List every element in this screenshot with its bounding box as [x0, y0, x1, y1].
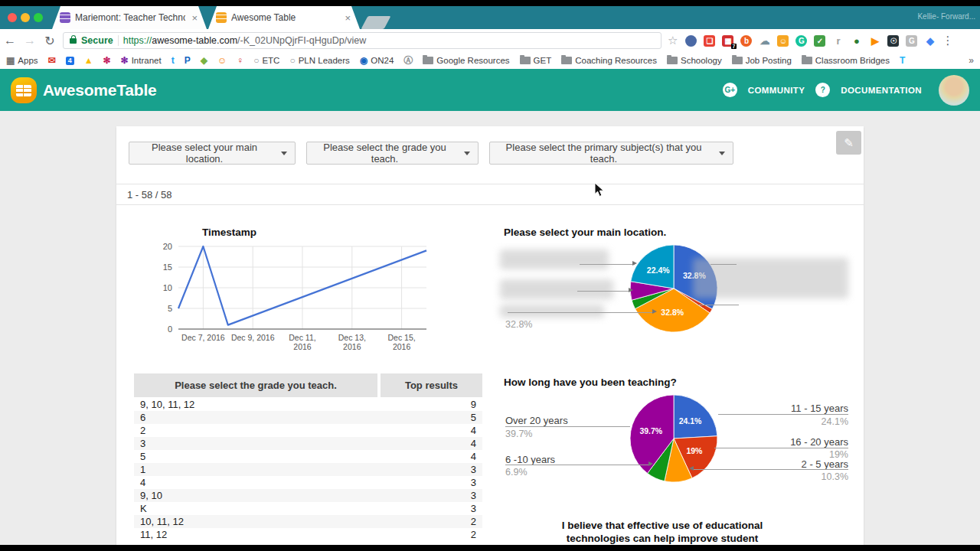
extension-badge: 7: [731, 44, 737, 49]
new-tab-button[interactable]: [361, 16, 390, 29]
leader-arrow-icon: [648, 461, 653, 466]
close-tab-icon[interactable]: ×: [190, 12, 199, 24]
p-flag-icon: P: [185, 56, 191, 65]
filter-grade[interactable]: Please select the grade you teach.: [306, 142, 479, 165]
table-row: 34: [134, 437, 482, 450]
bookmark-item[interactable]: ◆: [201, 56, 207, 65]
browser-toolbar: ← → ↻ Secure https://awesome-table.com/-…: [0, 29, 980, 52]
ext-cloud-icon[interactable]: ☁: [759, 35, 770, 47]
app-header: AwesomeTable G+ COMMUNITY ? DOCUMENTATIO…: [0, 69, 980, 111]
grade-cell: 9, 10, 11, 12: [134, 399, 381, 410]
bookmark-item[interactable]: GET: [520, 56, 552, 65]
pie2-title: How long have you been teaching?: [504, 377, 677, 388]
zoom-window-button[interactable]: [34, 13, 43, 22]
bookmarks-bar: ▦Apps✉4▲✻✻IntranettP◆☺♀○ETC○PLN Leaders◉…: [0, 52, 980, 69]
bookmark-star-icon[interactable]: ☆: [668, 34, 678, 47]
grade-cell: 1: [134, 464, 381, 475]
documentation-link[interactable]: DOCUMENTATION: [841, 86, 922, 95]
result-counter: 1 - 58 / 58: [127, 189, 172, 201]
a-circle-icon: Ⓐ: [403, 56, 413, 65]
bookmark-item[interactable]: Job Posting: [732, 56, 792, 65]
bookmark-item[interactable]: 4: [66, 57, 74, 65]
tab-mariemont[interactable]: Mariemont: Teacher Technolog ×: [52, 6, 207, 29]
count-cell: 4: [381, 438, 482, 449]
ext-grammarly-icon[interactable]: G: [795, 35, 807, 47]
bookmark-item[interactable]: ☺: [217, 56, 227, 65]
grade-cell: 11, 12: [134, 529, 381, 540]
bookmark-item[interactable]: ♀: [237, 56, 243, 65]
x-tick-label: Dec 7, 2016: [181, 333, 225, 342]
bookmark-item[interactable]: Google Resources: [423, 56, 509, 65]
ext-bitly-icon[interactable]: b: [740, 35, 752, 47]
ext-g-gray-icon[interactable]: G: [906, 35, 917, 47]
bookmark-item[interactable]: ◉ON24: [360, 56, 394, 65]
bookmark-item[interactable]: Coaching Resources: [561, 56, 657, 65]
bookmark-item[interactable]: Classroom Bridges: [802, 56, 890, 65]
x-tick-label: Dec 13,2016: [338, 333, 366, 351]
forward-icon[interactable]: →: [20, 34, 40, 47]
bookmark-item[interactable]: Schoology: [667, 56, 722, 65]
bookmark-item[interactable]: ○ETC: [253, 56, 279, 65]
smiley-icon: ☺: [217, 56, 227, 65]
community-link[interactable]: COMMUNITY: [748, 86, 805, 95]
tab-awesome-table[interactable]: Awesome Table ×: [208, 6, 360, 29]
close-window-button[interactable]: [8, 13, 17, 22]
top-letterbox: [0, 0, 980, 6]
bookmark-item[interactable]: ✉: [48, 56, 56, 65]
bookmark-item[interactable]: t: [172, 56, 175, 65]
avatar[interactable]: [939, 75, 969, 106]
ext-drop-icon[interactable]: ●: [851, 35, 862, 47]
bookmark-item[interactable]: ○PLN Leaders: [289, 56, 349, 65]
bookmark-label: ON24: [371, 56, 394, 65]
pie-slice-pct-label: 39.7%: [639, 426, 662, 435]
bookmark-item[interactable]: ✻Intranet: [121, 56, 162, 65]
pink-figure-icon: ✻: [103, 56, 111, 65]
bookmark-item[interactable]: ✻: [103, 56, 111, 65]
bookmarks-overflow-icon[interactable]: »: [969, 55, 974, 66]
badge-4-icon: 4: [66, 57, 74, 65]
leader-line: [714, 448, 848, 448]
bookmark-item[interactable]: ▲: [84, 56, 93, 65]
bookmark-label: Intranet: [132, 56, 162, 65]
bookmark-item[interactable]: P: [185, 56, 191, 65]
secure-label: Secure: [81, 35, 113, 46]
ext-arrow-icon[interactable]: ▶: [869, 35, 880, 47]
grade-table-body: 9, 10, 11, 1296524345413439, 103K310, 11…: [134, 398, 482, 541]
filter-label: Please select the primary subject(s) tha…: [498, 142, 710, 165]
edit-view-button[interactable]: ✎: [836, 131, 861, 155]
help-icon[interactable]: ?: [815, 83, 830, 97]
brand-title[interactable]: AwesomeTable: [43, 81, 157, 99]
leader-line: [508, 312, 655, 313]
awesometable-logo-icon[interactable]: [11, 77, 37, 103]
ext-bulb-icon[interactable]: ☉: [887, 35, 899, 47]
bookmark-label: Classroom Bridges: [815, 56, 890, 65]
url-path: /-K_02UNpQjrFI-qHguDp/view: [237, 35, 366, 46]
folder-icon: [561, 57, 572, 64]
bookmark-item[interactable]: T: [900, 56, 905, 65]
ext-face-icon[interactable]: ☺: [777, 35, 789, 47]
ext-green-square-icon[interactable]: ✓: [814, 35, 825, 47]
lock-icon: [70, 38, 77, 44]
ext-r-icon[interactable]: r: [832, 35, 844, 47]
back-icon[interactable]: ←: [0, 34, 20, 47]
x-tick-label: Dec 9, 2016: [231, 333, 275, 342]
url-bar[interactable]: Secure https://awesome-table.com/-K_02UN…: [63, 32, 662, 49]
reload-icon[interactable]: ↻: [40, 34, 60, 48]
ext-blue-diamond-icon[interactable]: ◆: [924, 35, 936, 47]
redacted-label: [500, 249, 609, 269]
bookmark-item[interactable]: Ⓐ: [403, 56, 413, 65]
bottom-letterbox: [0, 545, 980, 551]
close-tab-icon[interactable]: ×: [343, 12, 352, 24]
minimize-window-button[interactable]: [21, 13, 30, 22]
ext-photos-icon[interactable]: ❏: [704, 35, 715, 47]
browser-menu-icon[interactable]: ⋮: [942, 34, 953, 47]
filter-main-location[interactable]: Please select your main location.: [129, 142, 296, 165]
extensions-list: ❏▦7b☁☺G✓r●▶☉G◆: [685, 35, 936, 47]
count-cell: 2: [381, 516, 482, 527]
filter-subject[interactable]: Please select the primary subject(s) tha…: [489, 142, 733, 165]
gplus-icon[interactable]: G+: [723, 83, 737, 97]
ext-blue-circle-icon[interactable]: [685, 35, 697, 47]
bookmark-item[interactable]: ▦Apps: [6, 56, 38, 65]
bookmark-label: GET: [534, 56, 552, 65]
ext-red-grid-icon[interactable]: ▦7: [722, 35, 733, 47]
